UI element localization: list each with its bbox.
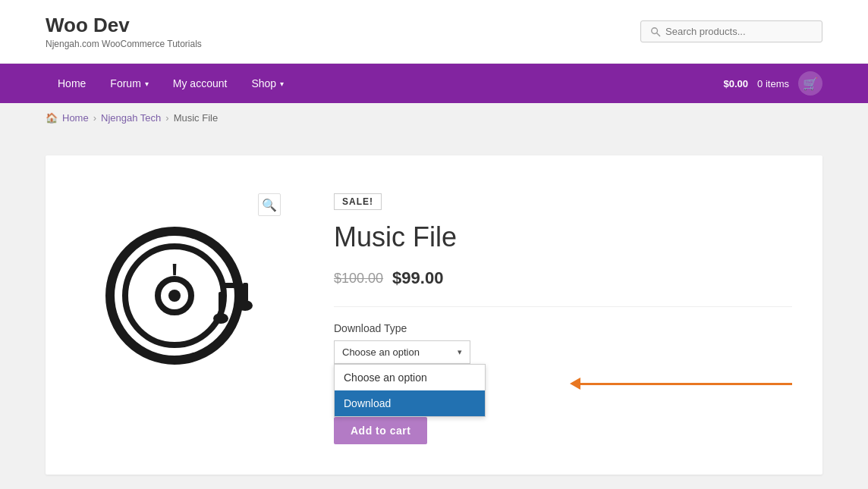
main-content: ! 🔍 SALE! Music File $100.00 (0, 133, 868, 489)
dropdown-option-choose[interactable]: Choose an option (335, 365, 485, 390)
breadcrumb: 🏠 Home › Njengah Tech › Music File (0, 103, 868, 133)
download-type-select-wrap: Choose an option ▾ Choose an option Down… (334, 340, 470, 364)
product-image: ! (76, 186, 288, 398)
breadcrumb-category[interactable]: Njengah Tech (101, 112, 161, 124)
price-wrap: $100.00 $99.00 (334, 268, 792, 288)
svg-point-11 (237, 300, 253, 311)
download-type-select[interactable]: Choose an option ▾ (334, 340, 470, 364)
svg-point-5 (168, 290, 181, 302)
nav-left: Home Forum ▾ My account Shop ▾ (46, 64, 296, 103)
site-header: Woo Dev Njengah.com WooCommerce Tutorial… (0, 0, 868, 64)
search-icon (650, 27, 661, 37)
svg-point-10 (213, 313, 228, 324)
arrow-head-icon (570, 378, 580, 390)
shop-dropdown-arrow: ▾ (280, 80, 284, 88)
svg-line-1 (657, 33, 660, 36)
site-branding: Woo Dev Njengah.com WooCommerce Tutorial… (46, 14, 202, 49)
search-box[interactable] (640, 20, 822, 42)
zoom-button[interactable]: 🔍 (258, 193, 281, 216)
breadcrumb-current: Music File (174, 112, 219, 124)
cart-amount: $0.00 (724, 78, 749, 89)
original-price: $100.00 (334, 271, 383, 287)
svg-rect-9 (243, 283, 248, 302)
breadcrumb-sep-1: › (93, 112, 96, 124)
arrow-line (580, 383, 792, 385)
nav-myaccount[interactable]: My account (161, 64, 240, 103)
sale-badge: SALE! (334, 193, 382, 210)
orange-arrow-annotation (570, 378, 792, 390)
cart-items-count: 0 items (757, 78, 789, 89)
product-image-wrap: ! 🔍 (76, 186, 288, 398)
dropdown-option-download[interactable]: Download (335, 390, 485, 416)
sale-price: $99.00 (392, 268, 443, 288)
breadcrumb-sep-2: › (165, 112, 168, 124)
add-to-cart-button[interactable]: Add to cart (334, 417, 427, 444)
cart-icon[interactable]: 🛒 (798, 71, 822, 96)
svg-text:!: ! (171, 259, 179, 286)
nav-shop[interactable]: Shop ▾ (239, 64, 296, 103)
nav-home[interactable]: Home (46, 64, 98, 103)
product-card: ! 🔍 SALE! Music File $100.00 (46, 155, 822, 475)
nav-right: $0.00 0 items 🛒 (724, 71, 822, 96)
breadcrumb-home[interactable]: Home (62, 112, 89, 124)
home-icon: 🏠 (46, 112, 58, 124)
nav-forum[interactable]: Forum ▾ (98, 64, 160, 103)
site-title: Woo Dev (46, 14, 202, 37)
select-arrow-icon: ▾ (458, 347, 462, 357)
music-file-icon: ! (99, 208, 266, 375)
select-value: Choose an option (342, 346, 420, 358)
product-title: Music File (334, 221, 792, 253)
download-type-label: Download Type (334, 322, 792, 334)
product-details: SALE! Music File $100.00 $99.00 Download… (334, 186, 792, 444)
price-divider (334, 306, 792, 307)
search-input[interactable] (665, 26, 813, 37)
svg-rect-8 (224, 283, 243, 288)
forum-dropdown-arrow: ▾ (145, 80, 149, 88)
site-tagline: Njengah.com WooCommerce Tutorials (46, 39, 202, 49)
dropdown-menu: Choose an option Download (334, 364, 486, 417)
site-nav: Home Forum ▾ My account Shop ▾ $0.00 0 i… (0, 64, 868, 103)
